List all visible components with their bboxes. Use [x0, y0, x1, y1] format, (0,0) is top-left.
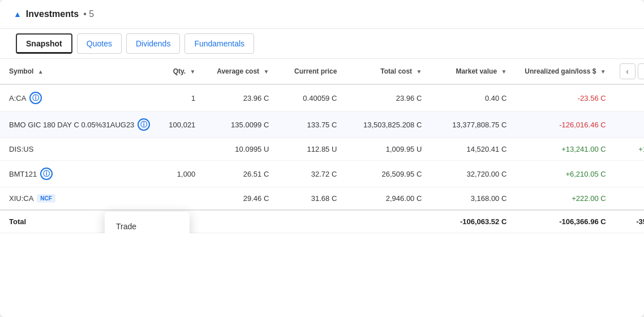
nav-next-button[interactable]: › [638, 63, 644, 79]
total-current-price [278, 210, 346, 233]
sort-icon-avg-cost: ▼ [263, 68, 269, 75]
cell-symbol: DIS:US [0, 138, 159, 161]
cell-unrealized: +6,210.05 C [516, 161, 615, 187]
sort-icon-unrealized: ▼ [600, 68, 606, 75]
tab-bar: Snapshot Quotes Dividends Fundamentals [0, 29, 644, 59]
cell-total-cost: 26,509.95 C [346, 161, 431, 187]
cell-current-price: 112.85 U [278, 138, 346, 161]
total-unrealized: -106,366.96 C [516, 210, 615, 233]
cell-unrealized: +222.00 C [516, 187, 615, 211]
cell-market-value: 3,168.00 C [431, 187, 516, 211]
info-button[interactable]: ⓘ [29, 92, 42, 104]
cell-total-cost: 23.96 C [346, 84, 431, 112]
context-menu: Trade Buy Sell Switch ☞ [105, 212, 190, 233]
symbol-text: DIS:US [9, 145, 33, 153]
cell-avg-cost: 26.51 C [204, 161, 278, 187]
tab-fundamentals[interactable]: Fundamentals [184, 33, 254, 54]
cell-market-value: 14,520.41 C [431, 138, 516, 161]
table-row: DIS:US 10.0995 U 112.85 U 1,009.95 U 14,… [0, 138, 644, 161]
cell-unrealized: +13,241.00 C [516, 138, 615, 161]
cell-avg-cost: 135.0099 C [204, 112, 278, 138]
cell-extra: +1, [615, 138, 644, 161]
cell-extra [615, 112, 644, 138]
sort-icon-total-cost: ▼ [416, 68, 422, 75]
cell-avg-cost: 29.46 C [204, 187, 278, 211]
cell-market-value: 32,720.00 C [431, 161, 516, 187]
cell-total-cost: 13,503,825.208 C [346, 112, 431, 138]
col-symbol[interactable]: Symbol ▲ [0, 59, 159, 84]
tab-snapshot[interactable]: Snapshot [16, 33, 72, 54]
tab-quotes[interactable]: Quotes [77, 33, 122, 54]
cell-market-value: 0.40 C [431, 84, 516, 112]
table-row: A:CA ⓘ 1 23.96 C 0.40059 C 23.96 C 0.40 … [0, 84, 644, 112]
col-market-value[interactable]: Market value ▼ [431, 59, 516, 84]
info-button[interactable]: ⓘ [138, 118, 150, 131]
investments-count: • 5 [83, 9, 94, 19]
cell-avg-cost: 10.0995 U [204, 138, 278, 161]
cell-qty: 1 [159, 84, 204, 112]
cell-qty [159, 187, 204, 211]
cell-avg-cost: 23.96 C [204, 84, 278, 112]
cell-qty [159, 138, 204, 161]
total-row: Total -106,063.52 C -106,366.96 C -35, [0, 210, 644, 233]
cell-market-value: 13,377,808.75 C [431, 112, 516, 138]
cell-current-price: 133.75 C [278, 112, 346, 138]
sort-icon-symbol: ▲ [38, 68, 44, 75]
total-avg-cost [204, 210, 278, 233]
cell-current-price: 32.72 C [278, 161, 346, 187]
sort-icon-market-value: ▼ [501, 68, 506, 75]
symbol-text: BMO GIC 180 DAY C 0.05%31AUG23 [9, 121, 134, 129]
cell-symbol: A:CA ⓘ [0, 84, 159, 112]
investments-header: ▲ Investments • 5 [0, 0, 644, 29]
cell-extra [615, 84, 644, 112]
symbol-text: BMT121 [9, 170, 37, 178]
symbol-text: A:CA [9, 94, 26, 102]
main-container: ▲ Investments • 5 Snapshot Quotes Divide… [0, 0, 644, 317]
table-row: BMO GIC 180 DAY C 0.05%31AUG23 ⓘ 100,021… [0, 112, 644, 138]
symbol-text: XIU:CA [9, 194, 33, 203]
sort-icon-qty: ▼ [190, 68, 195, 75]
cell-extra [615, 187, 644, 211]
cell-extra [615, 161, 644, 187]
cell-symbol: BMT121 ⓘ [0, 161, 159, 187]
cell-qty: 100,021 [159, 112, 204, 138]
col-nav: ‹ › [615, 59, 644, 84]
cell-unrealized: -23.56 C [516, 84, 615, 112]
cell-current-price: 0.40059 C [278, 84, 346, 112]
cell-symbol: BMO GIC 180 DAY C 0.05%31AUG23 ⓘ [0, 112, 159, 138]
total-total-cost [346, 210, 431, 233]
cell-unrealized: -126,016.46 C [516, 112, 615, 138]
col-current-price: Current price [278, 59, 346, 84]
table-row: XIU:CA NCF 29.46 C 31.68 C 2,946.00 C 3,… [0, 187, 644, 211]
table-row: BMT121 ⓘ 1,000 26.51 C 32.72 C 26,509.95… [0, 161, 644, 187]
cell-qty: 1,000 [159, 161, 204, 187]
section-title: Investments [26, 9, 79, 19]
total-market-value: -106,063.52 C [431, 210, 516, 233]
tab-dividends[interactable]: Dividends [126, 33, 180, 54]
context-menu-trade[interactable]: Trade [105, 215, 190, 233]
col-total-cost[interactable]: Total cost ▼ [346, 59, 431, 84]
col-unrealized[interactable]: Unrealized gain/loss $ ▼ [516, 59, 615, 84]
nav-prev-button[interactable]: ‹ [620, 63, 636, 79]
cell-symbol: XIU:CA NCF [0, 187, 159, 211]
collapse-chevron[interactable]: ▲ [14, 10, 22, 19]
investments-table-wrapper: Symbol ▲ Qty. ▼ Average cost ▼ Current p… [0, 59, 644, 233]
ncf-badge: NCF [37, 194, 55, 203]
col-qty[interactable]: Qty. ▼ [159, 59, 204, 84]
cell-total-cost: 2,946.00 C [346, 187, 431, 211]
total-extra: -35, [615, 210, 644, 233]
table-header-row: Symbol ▲ Qty. ▼ Average cost ▼ Current p… [0, 59, 644, 84]
col-avg-cost[interactable]: Average cost ▼ [204, 59, 278, 84]
investments-table: Symbol ▲ Qty. ▼ Average cost ▼ Current p… [0, 59, 644, 233]
cell-total-cost: 1,009.95 U [346, 138, 431, 161]
info-button[interactable]: ⓘ [40, 168, 53, 180]
cell-current-price: 31.68 C [278, 187, 346, 211]
